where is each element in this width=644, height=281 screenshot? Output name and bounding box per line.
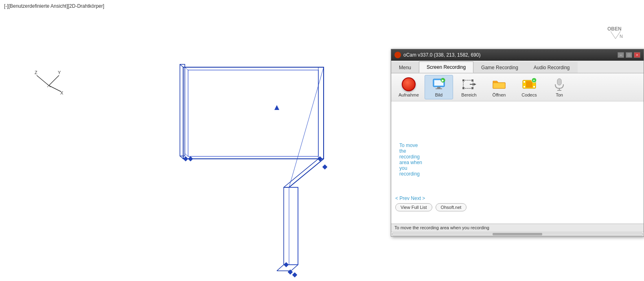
titlebar: oCam v337.0 (338, 213, 1582, 690) – □ ×	[391, 49, 644, 61]
svg-text:N: N	[620, 34, 623, 39]
minimize-button[interactable]: –	[618, 52, 624, 58]
svg-rect-54	[493, 83, 505, 88]
svg-line-16	[284, 159, 318, 187]
svg-text:+: +	[533, 79, 535, 83]
statusbar: To move the recording area when you reco…	[391, 224, 644, 231]
titlebar-left: oCam v337.0 (338, 213, 1582, 690)	[394, 52, 480, 58]
svg-rect-63	[557, 79, 561, 85]
svg-rect-60	[526, 81, 532, 88]
close-button[interactable]: ×	[634, 52, 640, 58]
folder-icon	[492, 77, 506, 92]
record-icon	[401, 77, 416, 92]
svg-marker-27	[188, 156, 193, 161]
bild-label: Bild	[435, 92, 442, 97]
mic-icon	[552, 77, 567, 92]
ton-label: Ton	[556, 92, 563, 97]
svg-rect-57	[524, 86, 525, 88]
svg-rect-52	[462, 87, 464, 89]
prev-next-text[interactable]: < Prev Next >	[395, 195, 425, 201]
codecs-icon: +	[522, 77, 537, 92]
svg-marker-26	[183, 156, 188, 161]
svg-marker-29	[322, 165, 327, 169]
svg-line-11	[180, 156, 183, 159]
svg-line-22	[291, 265, 298, 271]
ocam-window: oCam v337.0 (338, 213, 1582, 690) – □ × …	[391, 49, 644, 237]
status-text: To move the recording area when you reco…	[394, 225, 489, 230]
compass-widget: OBEN N	[599, 22, 628, 51]
svg-rect-44	[436, 88, 442, 89]
svg-rect-50	[462, 79, 464, 81]
bild-button[interactable]: ▶ Bild	[425, 75, 453, 99]
svg-rect-59	[533, 86, 535, 88]
titlebar-controls[interactable]: – □ ×	[618, 52, 640, 58]
svg-rect-19	[284, 187, 298, 265]
svg-marker-33	[274, 105, 279, 110]
bereich-button[interactable]: Bereich	[455, 75, 483, 99]
svg-rect-8	[183, 67, 324, 159]
svg-line-38	[611, 31, 616, 39]
scrollbar-track[interactable]	[392, 233, 643, 236]
aufnahme-label: Aufnahme	[399, 92, 419, 97]
svg-text:OBEN: OBEN	[607, 26, 622, 32]
svg-marker-30	[284, 262, 289, 267]
link-buttons: View Full List Ohsoft.net	[395, 203, 467, 211]
view-full-list-button[interactable]: View Full List	[395, 203, 432, 211]
svg-rect-35	[318, 67, 324, 159]
tab-screen-recording[interactable]: Screen Recording	[419, 61, 473, 73]
aufnahme-button[interactable]: Aufnahme	[394, 75, 423, 99]
content-area: To move the recording area when you reco…	[391, 101, 644, 224]
svg-rect-20	[289, 187, 298, 265]
codecs-button[interactable]: + Codecs	[515, 75, 543, 99]
svg-line-12	[185, 67, 188, 70]
hint-text: To move the recording area when you reco…	[399, 143, 425, 177]
svg-line-15	[289, 159, 324, 187]
svg-line-10	[180, 64, 183, 67]
offnen-button[interactable]: Öffnen	[485, 75, 513, 99]
tab-bar: Menu Screen Recording Game Recording Aud…	[391, 61, 644, 73]
svg-rect-51	[471, 79, 473, 81]
toolbar: Aufnahme ▶ Bild	[391, 73, 644, 101]
ton-button[interactable]: Ton	[545, 75, 574, 99]
svg-marker-49	[474, 83, 476, 86]
scrollbar-thumb[interactable]	[493, 233, 543, 235]
monitor-icon: ▶	[432, 77, 446, 92]
titlebar-title: oCam v337.0 (338, 213, 1582, 690)	[403, 52, 480, 58]
tab-menu[interactable]: Menu	[391, 62, 419, 73]
tab-game-recording[interactable]: Game Recording	[473, 62, 526, 73]
ocam-app-icon	[394, 52, 401, 58]
bereich-label: Bereich	[461, 92, 476, 97]
cad-wireframe	[0, 0, 391, 281]
svg-rect-14	[180, 64, 185, 156]
area-icon	[462, 77, 476, 92]
offnen-label: Öffnen	[493, 92, 506, 97]
ohsoft-link-button[interactable]: Ohsoft.net	[436, 203, 467, 211]
svg-rect-56	[524, 81, 525, 83]
svg-rect-53	[471, 87, 473, 89]
svg-line-21	[277, 265, 284, 271]
svg-rect-43	[437, 87, 440, 88]
svg-marker-32	[292, 272, 297, 277]
svg-rect-9	[188, 70, 318, 156]
svg-line-13	[185, 154, 188, 156]
maximize-button[interactable]: □	[626, 52, 632, 58]
scrollbar[interactable]	[391, 231, 644, 236]
codecs-label: Codecs	[521, 92, 537, 97]
tab-audio-recording[interactable]: Audio Recording	[526, 62, 578, 73]
